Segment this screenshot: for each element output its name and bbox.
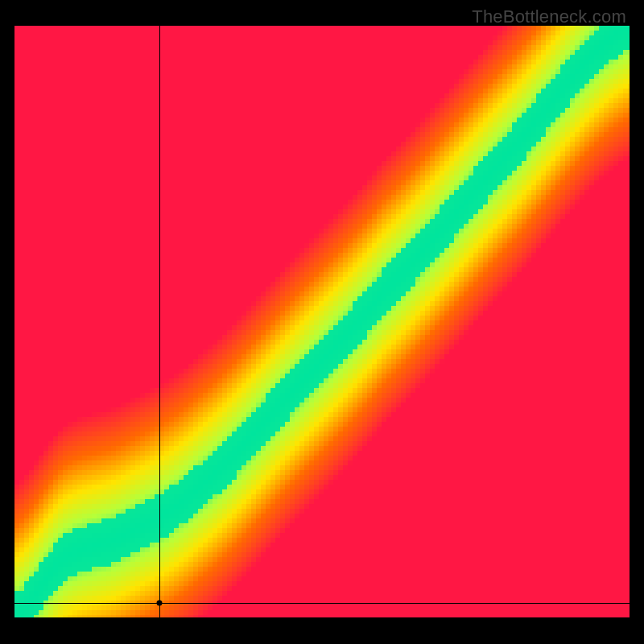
chart-container: TheBottleneck.com xyxy=(0,0,644,644)
crosshair-horizontal xyxy=(14,603,630,604)
plot-area xyxy=(14,26,630,617)
crosshair-point xyxy=(156,600,162,605)
heatmap-canvas xyxy=(14,26,630,617)
crosshair-vertical xyxy=(159,26,160,617)
watermark-text: TheBottleneck.com xyxy=(472,6,626,27)
